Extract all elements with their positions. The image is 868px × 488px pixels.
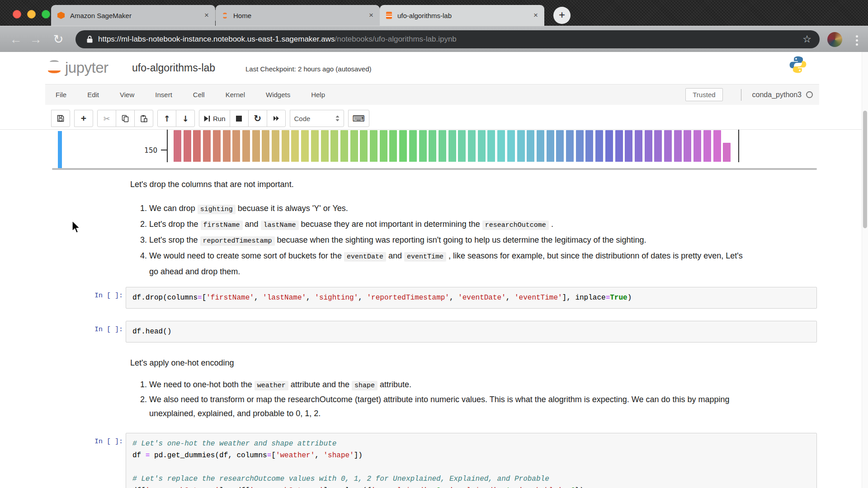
run-cell-button[interactable]: Run: [199, 110, 230, 127]
tab-separator: [215, 10, 216, 21]
reload-icon[interactable]: ↻: [51, 26, 66, 52]
chart-bar: [585, 130, 593, 162]
inline-code: reportedTimestamp: [200, 236, 275, 246]
code-token: 'eventTime': [514, 294, 562, 302]
window-zoom-button[interactable]: [42, 10, 50, 19]
menu-cell[interactable]: Cell: [183, 84, 215, 105]
notebook-toolbar: + ✂ ↑ ↓: [0, 105, 868, 130]
chart-bar: [645, 130, 652, 162]
output-scrollbar[interactable]: [52, 168, 817, 170]
keyboard-icon: ⌨: [353, 113, 365, 123]
browser-menu-icon[interactable]: [856, 33, 859, 47]
move-cell-up-button[interactable]: ↑: [157, 110, 176, 127]
page-scrollbar: [862, 52, 868, 488]
chart-bar: [399, 130, 407, 162]
browser-tab-home[interactable]: Home ×: [216, 5, 380, 26]
chart-bar: [478, 130, 486, 162]
window-close-button[interactable]: [13, 10, 21, 19]
browser-tab-sagemaker[interactable]: Amazon SageMaker ×: [51, 5, 215, 26]
menu-widgets[interactable]: Widgets: [255, 84, 301, 105]
copy-cell-button[interactable]: [116, 110, 135, 127]
tab-label: Home: [233, 12, 364, 19]
run-icon: [203, 115, 210, 122]
paste-cell-button[interactable]: [134, 110, 153, 127]
markdown-cell-one-hot[interactable]: Let's apply one-hot encoding We need to …: [130, 357, 750, 421]
markdown-cell-drop-columns[interactable]: Let's drop the columns that are not impo…: [130, 178, 750, 279]
notebook-favicon: [386, 12, 392, 19]
command-palette-button[interactable]: ⌨: [348, 110, 369, 127]
notebook-title[interactable]: ufo-algorithms-lab: [132, 62, 215, 74]
forward-icon[interactable]: →: [28, 26, 43, 52]
plus-icon: +: [81, 113, 86, 124]
menu-insert[interactable]: Insert: [145, 84, 183, 105]
code-input[interactable]: df.drop(columns=['firstName', 'lastName'…: [126, 287, 817, 309]
chart-bar: [203, 130, 211, 162]
menu-view[interactable]: View: [109, 84, 145, 105]
trusted-button[interactable]: Trusted: [685, 88, 722, 101]
markdown-list-item: Let's drop the firstName and lastName be…: [149, 217, 750, 233]
text-run: becuase when the sighting was reporting …: [275, 235, 646, 244]
scrollbar-thumb[interactable]: [863, 111, 867, 228]
save-button[interactable]: [51, 110, 70, 127]
tab-close-icon[interactable]: ×: [204, 11, 209, 20]
code-line: [132, 461, 810, 473]
jupyter-logo[interactable]: jupyter: [46, 58, 108, 76]
code-token: 'lastName': [263, 294, 306, 302]
window-minimize-button[interactable]: [27, 10, 36, 19]
address-bar[interactable]: https://ml-labs-notebook-instance.notebo…: [75, 30, 820, 48]
tab-close-icon[interactable]: ×: [369, 11, 373, 20]
chart-bar: [429, 130, 436, 162]
chart-bar: [439, 130, 446, 162]
chart-bar: [556, 130, 564, 162]
cell-type-select[interactable]: Code: [290, 110, 344, 127]
url-host: https://ml-labs-notebook-instance.notebo…: [98, 35, 335, 44]
move-cell-down-button[interactable]: ↓: [176, 110, 195, 127]
cell-prompt: In [ ]:: [68, 438, 123, 446]
restart-icon: ↻: [254, 113, 261, 124]
bookmark-star-icon[interactable]: ☆: [802, 33, 811, 45]
cut-cell-button[interactable]: ✂: [97, 110, 116, 127]
markdown-list: We can drop sighting becuase it is alway…: [130, 201, 750, 279]
notebook-area: 150 Let's drop the columns that are not …: [0, 130, 868, 488]
text-run: .: [549, 220, 553, 229]
code-input[interactable]: df.head(): [126, 321, 817, 343]
chart-bar: [184, 130, 191, 162]
code-token: ,: [506, 294, 514, 302]
tab-close-icon[interactable]: ×: [533, 11, 538, 20]
code-token: df.drop(columns: [132, 294, 198, 302]
back-icon[interactable]: ←: [8, 26, 24, 52]
menu-edit[interactable]: Edit: [77, 84, 109, 105]
menu-help[interactable]: Help: [301, 84, 335, 105]
chart-bar: [537, 130, 544, 162]
chart-bar: [242, 130, 250, 162]
jupyter-wordmark: jupyter: [65, 59, 108, 76]
profile-avatar[interactable]: [827, 32, 842, 47]
chart-bar: [605, 130, 613, 162]
text-run: and: [243, 220, 261, 229]
add-cell-button[interactable]: +: [74, 110, 93, 127]
new-tab-button[interactable]: +: [553, 7, 571, 24]
code-token: =: [606, 294, 610, 302]
fast-forward-icon: [273, 115, 280, 122]
run-label: Run: [213, 115, 226, 122]
menu-file[interactable]: File: [45, 84, 77, 105]
text-run: attribute.: [377, 380, 411, 389]
cell-prompt: In [ ]:: [68, 326, 123, 333]
restart-run-all-button[interactable]: [267, 110, 286, 127]
chart-bar: [487, 130, 495, 162]
markdown-list-item: We would need to create some sort of buc…: [149, 249, 750, 279]
inline-code: weather: [255, 381, 288, 390]
chart-bar: [615, 130, 623, 162]
chart-bar: [321, 130, 329, 162]
code-token: df.head(): [132, 328, 171, 336]
menu-kernel[interactable]: Kernel: [215, 84, 255, 105]
code-token: # Let's replace the researchOutcome valu…: [132, 475, 549, 483]
chart-bar: [517, 130, 525, 162]
code-input[interactable]: # Let's one-hot the weather and shape at…: [126, 433, 817, 488]
chart-bar: [458, 130, 466, 162]
stop-kernel-button[interactable]: [230, 110, 249, 127]
chart-bar: [350, 130, 358, 162]
restart-kernel-button[interactable]: ↻: [248, 110, 267, 127]
code-token: [: [271, 451, 276, 460]
browser-tab-ufo-algorithms-lab[interactable]: ufo-algorithms-lab ×: [380, 5, 544, 26]
